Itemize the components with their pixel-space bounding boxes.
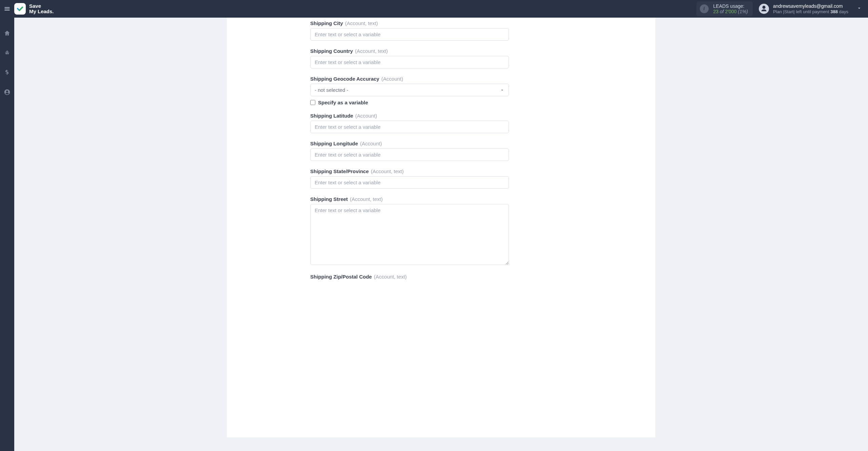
home-icon (4, 30, 11, 37)
field-shipping-latitude: Shipping Latitude (Account) (310, 113, 509, 133)
sitemap-icon (4, 49, 11, 56)
user-menu[interactable]: andrewsavemyleads@gmail.com Plan |Start|… (759, 3, 848, 14)
field-shipping-state: Shipping State/Province (Account, text) (310, 168, 509, 189)
label-shipping-street: Shipping Street (Account, text) (310, 196, 509, 202)
user-icon (760, 5, 768, 13)
form-column: Shipping City (Account, text) Shipping C… (310, 20, 509, 280)
label-shipping-city: Shipping City (Account, text) (310, 20, 509, 26)
usage-label: LEADS usage: (713, 3, 748, 9)
select-shipping-geocode-value: - not selected - (315, 87, 348, 93)
label-shipping-latitude: Shipping Latitude (Account) (310, 113, 509, 119)
dollar-icon (4, 69, 11, 76)
field-shipping-country: Shipping Country (Account, text) (310, 48, 509, 68)
page-scroll[interactable]: Shipping City (Account, text) Shipping C… (14, 18, 868, 451)
menu-toggle[interactable] (0, 0, 14, 18)
usage-limit: 2'000 (725, 9, 737, 14)
usage-of: of (720, 9, 724, 14)
field-shipping-zip: Shipping Zip/Postal Code (Account, text) (310, 274, 509, 280)
user-circle-icon (4, 89, 11, 96)
info-icon: i (700, 4, 709, 13)
field-shipping-street: Shipping Street (Account, text) (310, 196, 509, 266)
field-shipping-geocode: Shipping Geocode Accuracy (Account) - no… (310, 76, 509, 105)
nav-billing[interactable] (0, 66, 14, 79)
avatar (759, 4, 769, 14)
checkbox-row-specify-variable[interactable]: Specify as a variable (310, 100, 509, 105)
top-header: Save My Leads. i LEADS usage: 23 of 2'00… (0, 0, 868, 18)
leads-usage-panel[interactable]: i LEADS usage: 23 of 2'000 (1%) (696, 1, 753, 16)
leads-usage-text: LEADS usage: 23 of 2'000 (1%) (713, 3, 748, 14)
usage-pct: (1%) (738, 9, 748, 14)
side-nav (0, 18, 14, 451)
hamburger-icon (4, 5, 11, 12)
input-shipping-latitude[interactable] (310, 121, 509, 133)
input-shipping-country[interactable] (310, 56, 509, 68)
checkmark-icon (16, 5, 24, 13)
nav-account[interactable] (0, 86, 14, 98)
field-shipping-city: Shipping City (Account, text) (310, 20, 509, 41)
chevron-down-icon (856, 5, 862, 11)
usage-used: 23 (713, 9, 719, 14)
brand-name[interactable]: Save My Leads. (29, 3, 54, 15)
select-shipping-geocode[interactable]: - not selected - (310, 84, 509, 96)
user-text: andrewsavemyleads@gmail.com Plan |Start|… (773, 3, 848, 14)
form-card: Shipping City (Account, text) Shipping C… (227, 18, 655, 437)
nav-connections[interactable] (0, 47, 14, 59)
textarea-shipping-street[interactable] (310, 204, 509, 265)
user-menu-toggle[interactable] (856, 5, 862, 12)
chevron-down-icon (500, 88, 505, 93)
label-shipping-zip: Shipping Zip/Postal Code (Account, text) (310, 274, 509, 280)
brand-logo[interactable] (14, 3, 26, 15)
nav-home[interactable] (0, 27, 14, 39)
user-plan: Plan |Start| left until payment 388 days (773, 9, 848, 15)
brand-line1: Save (29, 3, 41, 9)
input-shipping-state[interactable] (310, 176, 509, 189)
label-shipping-longitude: Shipping Longitude (Account) (310, 141, 509, 146)
label-shipping-country: Shipping Country (Account, text) (310, 48, 509, 54)
input-shipping-longitude[interactable] (310, 148, 509, 161)
checkbox-specify-variable[interactable] (310, 100, 315, 105)
checkbox-label-specify-variable: Specify as a variable (318, 100, 368, 105)
user-email: andrewsavemyleads@gmail.com (773, 3, 848, 9)
input-shipping-city[interactable] (310, 28, 509, 41)
field-shipping-longitude: Shipping Longitude (Account) (310, 141, 509, 161)
brand-line2: My Leads. (29, 9, 54, 15)
label-shipping-geocode: Shipping Geocode Accuracy (Account) (310, 76, 509, 82)
label-shipping-state: Shipping State/Province (Account, text) (310, 168, 509, 174)
